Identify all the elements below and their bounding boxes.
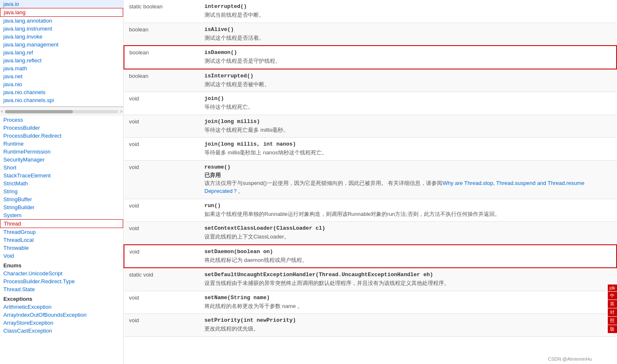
method-detail-cell: setContextClassLoader(ClassLoader cl)设置此… bbox=[199, 222, 617, 245]
sidebar-class-item[interactable]: Process bbox=[0, 116, 123, 124]
method-description: 测试这个线程是否被中断。 bbox=[204, 80, 612, 89]
right-side-label[interactable]: 中 bbox=[608, 292, 617, 300]
return-type-cell: void bbox=[124, 92, 199, 115]
sidebar-class-item[interactable]: String bbox=[0, 187, 123, 195]
return-type-cell: void bbox=[124, 160, 199, 199]
sidebar-package-item[interactable]: java.nio.channels bbox=[0, 88, 123, 96]
enums-section-label: Enums bbox=[0, 260, 123, 269]
table-row: static voidsetDefaultUncaughtExceptionHa… bbox=[124, 268, 617, 291]
method-detail-cell: join(long millis)等待这个线程死亡最多 millis毫秒。 bbox=[199, 115, 617, 138]
sidebar-class-item[interactable]: StringBuilder bbox=[0, 203, 123, 211]
method-description: 测试当前线程是否中断。 bbox=[204, 11, 612, 19]
method-description: 将此线程标记为 daemon线程或用户线程。 bbox=[204, 256, 611, 264]
sidebar-enum-item[interactable]: ProcessBuilder.Redirect.Type bbox=[0, 277, 123, 285]
method-description: 等待这个线程死亡最多 millis毫秒。 bbox=[204, 126, 612, 134]
sidebar-package-item[interactable]: java.math bbox=[0, 64, 123, 72]
sidebar-exception-item[interactable]: ArrayStoreException bbox=[0, 319, 123, 327]
method-name[interactable]: isInterrupted() bbox=[204, 73, 612, 79]
return-type-cell: boolean bbox=[124, 23, 199, 46]
sidebar-enum-item[interactable]: Thread.State bbox=[0, 285, 123, 293]
right-side-label[interactable]: jdk bbox=[608, 285, 617, 291]
method-description: 设置此线程的上下文ClassLoader。 bbox=[204, 233, 612, 241]
table-row: voidsetName(String name)将此线程的名称更改为等于参数 n… bbox=[124, 291, 617, 314]
method-detail-cell: setPriority(int newPriority)更改此线程的优先级。 bbox=[199, 314, 617, 337]
method-description: 将此线程的名称更改为等于参数 name 。 bbox=[204, 302, 612, 310]
sidebar-package-item[interactable]: java.nio.charset bbox=[0, 104, 123, 107]
sidebar-package-item[interactable]: java.lang.invoke bbox=[0, 33, 123, 41]
sidebar-exception-item[interactable]: ArrayIndexOutOfBoundsException bbox=[0, 311, 123, 319]
method-description: 该方法仅用于与suspend()一起使用，因为它是死锁倾向的，因此已被弃用。 有… bbox=[204, 179, 612, 195]
sidebar-package-item[interactable]: java.lang.ref bbox=[0, 49, 123, 56]
table-row: voidjoin(long millis, int nanos)等待最多 mil… bbox=[124, 138, 617, 161]
method-name[interactable]: run() bbox=[204, 203, 612, 209]
return-type-cell: void bbox=[124, 291, 199, 314]
method-name[interactable]: isAlive() bbox=[204, 26, 612, 33]
sidebar-exception-item[interactable]: ArithmeticException bbox=[0, 303, 123, 311]
sidebar: java.iojava.langjava.lang.annotationjava… bbox=[0, 0, 124, 364]
sidebar-class-item[interactable]: ThreadLocal bbox=[0, 236, 123, 244]
sidebar-package-item[interactable]: java.lang.instrument bbox=[0, 25, 123, 33]
method-name[interactable]: join() bbox=[204, 95, 612, 102]
method-detail-cell: join(long millis, int nanos)等待最多 millis毫… bbox=[199, 138, 617, 161]
sidebar-class-item[interactable]: Runtime bbox=[0, 140, 123, 148]
return-type-cell: boolean bbox=[124, 46, 199, 69]
sidebar-package-item[interactable]: java.lang.reflect bbox=[0, 56, 123, 64]
method-detail-cell: resume()已弃用该方法仅用于与suspend()一起使用，因为它是死锁倾向… bbox=[199, 160, 617, 199]
table-row: booleanisDaemon()测试这个线程是否是守护线程。 bbox=[124, 46, 617, 69]
sidebar-package-item[interactable]: java.lang bbox=[0, 8, 123, 17]
sidebar-class-item[interactable]: ProcessBuilder.Redirect bbox=[0, 132, 123, 140]
sidebar-class-item[interactable]: StackTraceElement bbox=[0, 172, 123, 179]
sidebar-class-item[interactable]: Short bbox=[0, 164, 123, 172]
method-description: 测试这个线程是否活着。 bbox=[204, 34, 612, 42]
sidebar-package-item[interactable]: java.net bbox=[0, 72, 123, 80]
right-side-label[interactable]: 版 bbox=[608, 325, 617, 333]
sidebar-class-item[interactable]: Thread bbox=[0, 219, 123, 228]
method-detail-cell: setDefaultUncaughtExceptionHandler(Threa… bbox=[199, 268, 617, 291]
right-side-label[interactable]: 对 bbox=[608, 308, 617, 316]
sidebar-class-item[interactable]: SecurityManager bbox=[0, 156, 123, 164]
sidebar-package-item[interactable]: java.nio bbox=[0, 80, 123, 88]
method-name[interactable]: join(long millis) bbox=[204, 118, 612, 125]
method-name[interactable]: setDefaultUncaughtExceptionHandler(Threa… bbox=[204, 272, 612, 278]
sidebar-package-item[interactable]: java.io bbox=[0, 0, 123, 8]
method-name[interactable]: isDaemon() bbox=[204, 49, 611, 56]
sidebar-class-item[interactable]: ThreadGroup bbox=[0, 228, 123, 236]
sidebar-class-item[interactable]: StringBuffer bbox=[0, 195, 123, 203]
sidebar-package-item[interactable]: java.lang.annotation bbox=[0, 17, 123, 25]
return-type-cell: static void bbox=[124, 268, 199, 291]
method-name[interactable]: resume() bbox=[204, 164, 612, 170]
method-name[interactable]: setPriority(int newPriority) bbox=[204, 317, 612, 323]
sidebar-class-item[interactable]: StrictMath bbox=[0, 179, 123, 187]
sidebar-package-item[interactable]: java.lang.management bbox=[0, 41, 123, 49]
sidebar-class-item[interactable]: RuntimePermission bbox=[0, 148, 123, 156]
method-name[interactable]: setDaemon(boolean on) bbox=[204, 249, 611, 255]
method-detail-cell: isInterrupted()测试这个线程是否被中断。 bbox=[199, 69, 617, 92]
return-type-cell: void bbox=[124, 314, 199, 337]
sidebar-class-item[interactable]: ProcessBuilder bbox=[0, 124, 123, 132]
sidebar-class-item[interactable]: Throwable bbox=[0, 244, 123, 252]
table-row: voidresume()已弃用该方法仅用于与suspend()一起使用，因为它是… bbox=[124, 160, 617, 199]
method-name[interactable]: interrupted() bbox=[204, 3, 612, 10]
table-row: voidsetDaemon(boolean on)将此线程标记为 daemon线… bbox=[124, 245, 617, 268]
deprecated-link[interactable]: Why are Thread.stop, Thread.suspend and … bbox=[204, 180, 584, 195]
horizontal-scrollbar[interactable]: < > bbox=[0, 107, 123, 116]
right-side-label[interactable]: 英 bbox=[608, 300, 617, 308]
table-row: voidjoin(long millis)等待这个线程死亡最多 millis毫秒… bbox=[124, 115, 617, 138]
sidebar-class-item[interactable]: System bbox=[0, 211, 123, 219]
right-side-label[interactable]: 照 bbox=[608, 317, 617, 325]
deprecated-label: 已弃用 bbox=[204, 172, 612, 179]
method-name[interactable]: join(long millis, int nanos) bbox=[204, 141, 612, 147]
table-row: voidrun()如果这个线程使用单独的Runnable运行对象构造，则调用该R… bbox=[124, 199, 617, 222]
method-name[interactable]: setContextClassLoader(ClassLoader cl) bbox=[204, 225, 612, 231]
return-type-cell: boolean bbox=[124, 69, 199, 92]
right-labels: jdk中英对照版 bbox=[608, 285, 617, 333]
sidebar-class-item[interactable]: Void bbox=[0, 252, 123, 260]
sidebar-exception-item[interactable]: ClassCastException bbox=[0, 327, 123, 335]
sidebar-package-item[interactable]: java.nio.channels.spi bbox=[0, 96, 123, 104]
method-description: 等待最多 millis毫秒加上 nanos纳秒这个线程死亡。 bbox=[204, 149, 612, 157]
main-content: static booleaninterrupted()测试当前线程是否中断。bo… bbox=[124, 0, 617, 364]
exceptions-section-label: Exceptions bbox=[0, 293, 123, 303]
sidebar-enum-item[interactable]: Character.UnicodeScript bbox=[0, 269, 123, 277]
method-name[interactable]: setName(String name) bbox=[204, 295, 612, 301]
method-description: 更改此线程的优先级。 bbox=[204, 325, 612, 333]
